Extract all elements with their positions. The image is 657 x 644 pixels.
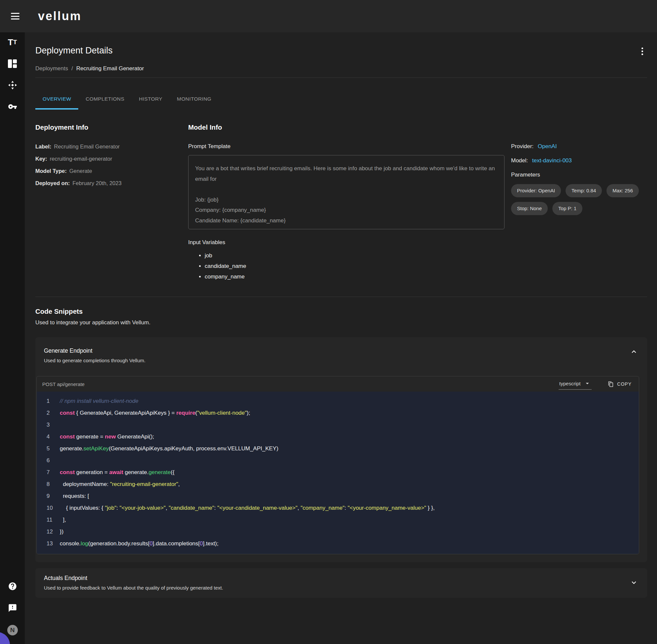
prompt-template-label: Prompt Template <box>188 143 504 150</box>
code-line: 11 ], <box>37 514 639 526</box>
breadcrumb-separator: / <box>71 65 73 72</box>
code-line: 8 deploymentName: "recruiting-email-gene… <box>37 478 639 490</box>
info-row-model-type: Model Type:Generate <box>35 168 188 175</box>
section-divider <box>35 297 647 297</box>
more-options-icon[interactable] <box>637 46 647 56</box>
input-variables-label: Input Variables <box>188 239 504 246</box>
code-snippets-subheading: Used to integrate your application with … <box>35 319 647 326</box>
input-variable-item: company_name <box>205 272 504 282</box>
code-line: 6 <box>37 455 639 466</box>
main-content: Deployment Details Deployments / Recruit… <box>25 32 657 644</box>
code-line: 13console.log(generation.body.results[0]… <box>37 538 639 550</box>
key-icon[interactable] <box>7 101 18 112</box>
expand-chevron-down-icon[interactable] <box>629 578 638 587</box>
page-title: Deployment Details <box>35 46 113 55</box>
language-select[interactable]: typescript <box>559 378 592 390</box>
code-snippet-header: POST api/generate typescript COPY <box>37 376 639 392</box>
generate-endpoint-card: Generate Endpoint Used to generate compl… <box>35 337 647 562</box>
code-line: 7const generation = await generate.gener… <box>37 466 639 478</box>
help-icon[interactable] <box>7 581 18 591</box>
info-row-label: Label:Recruiting Email Generator <box>35 143 188 150</box>
vellum-logo: vellum <box>38 9 82 23</box>
app-window: vellum TT <box>0 0 657 644</box>
actuals-endpoint-description: Used to provide feedback to Vellum about… <box>44 584 223 591</box>
code-line: 2const { GenerateApi, GenerateApiApiKeys… <box>37 407 639 419</box>
tab-completions[interactable]: COMPLETIONS <box>78 90 131 110</box>
code-line: 4const generate = new GenerateApi(); <box>37 431 639 443</box>
parameters-label: Parameters <box>511 171 647 178</box>
model-info-heading: Model Info <box>188 123 504 131</box>
prompt-template-box: You are a bot that writes brief recruiti… <box>188 155 504 229</box>
model-meta-section: Provider: OpenAI Model: text-davinci-003… <box>511 143 647 215</box>
tab-overview[interactable]: OVERVIEW <box>35 90 78 110</box>
actuals-endpoint-title: Actuals Endpoint <box>44 574 223 582</box>
move-icon[interactable] <box>7 80 18 90</box>
chip-max: Max: 256 <box>607 184 639 197</box>
chip-temp: Temp: 0.84 <box>566 184 602 197</box>
sidebar: TT <box>0 32 25 644</box>
feedback-icon[interactable] <box>7 603 18 613</box>
chip-stop: Stop: None <box>511 202 548 215</box>
actuals-endpoint-card: Actuals Endpoint Used to provide feedbac… <box>35 568 647 598</box>
text-tool-icon[interactable]: TT <box>7 37 18 47</box>
hamburger-menu-icon[interactable] <box>11 13 20 20</box>
deployment-info-heading: Deployment Info <box>35 123 188 131</box>
request-label: POST api/generate <box>42 382 85 387</box>
copy-icon <box>608 381 614 387</box>
breadcrumb-deployments-link[interactable]: Deployments <box>35 65 68 72</box>
info-row-deployed-on: Deployed on:February 20th, 2023 <box>35 180 188 187</box>
input-variable-item: job <box>205 250 504 261</box>
parameter-chips: Provider: OpenAI Temp: 0.84 Max: 256 Sto… <box>511 184 647 215</box>
code-line: 1// npm install vellum-client-node <box>37 395 639 407</box>
code-lines: 1// npm install vellum-client-node2const… <box>37 392 639 554</box>
input-variable-item: candidate_name <box>205 261 504 272</box>
user-avatar[interactable]: N <box>7 625 18 636</box>
code-line: 5generate.setApiKey(GenerateApiApiKeys.a… <box>37 443 639 455</box>
breadcrumb: Deployments / Recruiting Email Generator <box>35 65 647 72</box>
provider-link[interactable]: OpenAI <box>538 143 557 150</box>
model-info-section: Model Info Prompt Template You are a bot… <box>188 123 504 282</box>
dropdown-caret-icon <box>584 380 591 387</box>
generate-endpoint-title: Generate Endpoint <box>44 347 146 354</box>
info-row-key: Key:recruiting-email-generator <box>35 155 188 162</box>
deployment-info-section: Deployment Info Label:Recruiting Email G… <box>35 123 188 192</box>
model-link[interactable]: text-davinci-003 <box>532 157 572 164</box>
code-line: 9 requests: [ <box>37 490 639 502</box>
chip-top-p: Top P: 1 <box>552 202 583 215</box>
tab-bar: OVERVIEW COMPLETIONS HISTORY MONITORING <box>35 90 647 110</box>
tab-history[interactable]: HISTORY <box>132 90 170 110</box>
layout-icon[interactable] <box>7 59 18 69</box>
code-line: 12}) <box>37 526 639 538</box>
header-divider <box>35 77 647 78</box>
generate-endpoint-description: Used to generate completions through Vel… <box>44 357 146 364</box>
code-line: 10 { inputValues: { "job": "<your-job-va… <box>37 502 639 514</box>
collapse-chevron-up-icon[interactable] <box>629 347 638 356</box>
code-snippet-box: POST api/generate typescript COPY <box>36 376 639 554</box>
top-bar: vellum <box>0 0 657 32</box>
copy-button[interactable]: COPY <box>605 379 634 389</box>
prompt-template-text: You are a bot that writes brief recruiti… <box>195 163 498 226</box>
provider-row: Provider: OpenAI <box>511 143 647 150</box>
chip-provider: Provider: OpenAI <box>511 184 561 197</box>
model-row: Model: text-davinci-003 <box>511 157 647 164</box>
code-line: 3 <box>37 419 639 431</box>
tab-monitoring[interactable]: MONITORING <box>170 90 219 110</box>
code-snippets-heading: Code Snippets <box>35 307 647 315</box>
breadcrumb-current: Recruiting Email Generator <box>76 65 144 72</box>
input-variables-list: job candidate_name company_name <box>188 250 504 282</box>
